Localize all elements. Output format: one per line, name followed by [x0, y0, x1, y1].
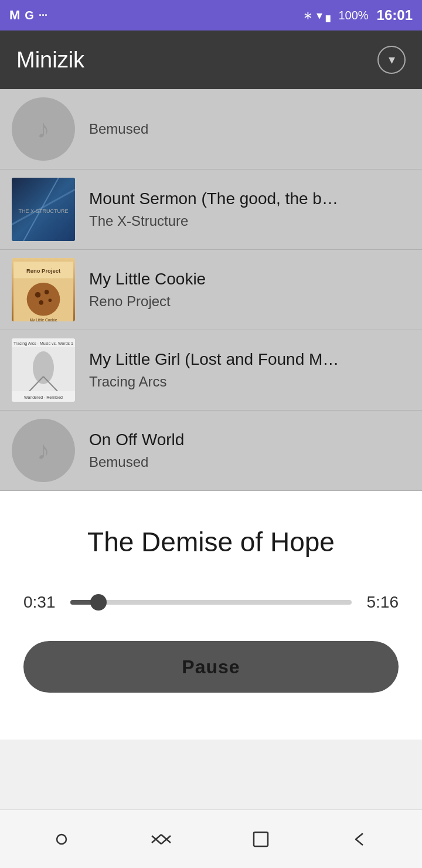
- svg-line-24: [161, 835, 171, 843]
- song-title: On Off World: [89, 430, 370, 449]
- song-artist: Reno Project: [89, 293, 410, 310]
- now-playing-title: The Demise of Hope: [87, 526, 335, 558]
- song-info: My Little Girl (Lost and Found M… Tracin…: [89, 350, 410, 390]
- more-icon: ···: [39, 9, 47, 22]
- pause-button[interactable]: Pause: [23, 641, 399, 693]
- battery-text: 100%: [338, 9, 368, 22]
- song-artist: The X-Structure: [89, 213, 410, 229]
- song-artist: Bemused: [89, 454, 410, 470]
- nav-equalizer-button[interactable]: [138, 816, 185, 863]
- svg-line-23: [152, 835, 161, 843]
- list-item[interactable]: ♪ On Off World Bemused: [0, 411, 422, 491]
- bluetooth-icon: ∗: [303, 8, 313, 22]
- album-art-xstructure: THE X-STRUCTURE: [12, 178, 75, 241]
- svg-point-9: [35, 292, 40, 297]
- progress-thumb[interactable]: [90, 594, 107, 611]
- status-right-icons: ∗ ▾ ▖ 100% 16:01: [303, 7, 413, 23]
- album-art-placeholder: ♪: [12, 97, 75, 161]
- song-title: My Little Girl (Lost and Found M…: [89, 350, 370, 369]
- album-art: Tracing Arcs - Music vs. Words 1 Wandere…: [12, 338, 75, 402]
- bottom-nav: [0, 809, 422, 868]
- nav-home-button[interactable]: [38, 816, 85, 863]
- svg-line-25: [152, 836, 161, 844]
- app-title: Minizik: [16, 48, 84, 73]
- list-item[interactable]: ♪ Bemused: [0, 89, 422, 169]
- current-time: 0:31: [23, 593, 59, 612]
- wifi-icon: ▾: [316, 8, 322, 22]
- time-display: 16:01: [377, 7, 413, 23]
- song-info: Mount Sermon (The good, the b… The X-Str…: [89, 189, 410, 229]
- svg-line-26: [161, 836, 171, 844]
- svg-text:Tracing Arcs - Music vs. Words: Tracing Arcs - Music vs. Words 1: [13, 341, 73, 346]
- list-item[interactable]: THE X-STRUCTURE Mount Sermon (The good, …: [0, 169, 422, 250]
- music-note-icon: ♪: [37, 114, 50, 144]
- app-header: Minizik ▾: [0, 30, 422, 89]
- song-title: My Little Cookie: [89, 270, 370, 289]
- signal-icon: ▖: [326, 8, 335, 22]
- pause-label: Pause: [182, 656, 240, 678]
- music-note-icon: ♪: [37, 436, 50, 465]
- svg-point-12: [49, 299, 52, 302]
- svg-text:My Little Cookie: My Little Cookie: [29, 318, 57, 321]
- list-item[interactable]: Tracing Arcs - Music vs. Words 1 Wandere…: [0, 330, 422, 411]
- player-section: The Demise of Hope 0:31 5:16 Pause: [0, 491, 422, 740]
- progress-fill: [70, 600, 98, 605]
- song-info: On Off World Bemused: [89, 430, 410, 470]
- dropdown-button[interactable]: ▾: [377, 46, 406, 74]
- album-art-placeholder: ♪: [12, 419, 75, 482]
- album-art-reno: Reno Project My Little Cookie: [12, 258, 75, 321]
- song-title: Mount Sermon (The good, the b…: [89, 189, 370, 208]
- album-art: Reno Project My Little Cookie: [12, 258, 75, 321]
- svg-point-17: [33, 351, 54, 384]
- svg-point-11: [39, 300, 43, 305]
- album-art-tracing: Tracing Arcs - Music vs. Words 1 Wandere…: [12, 338, 75, 402]
- total-time: 5:16: [363, 593, 399, 612]
- album-art: THE X-STRUCTURE: [12, 178, 75, 241]
- progress-container[interactable]: 0:31 5:16: [23, 593, 399, 612]
- nav-back-button[interactable]: [337, 816, 384, 863]
- song-artist: Tracing Arcs: [89, 374, 410, 390]
- svg-text:Reno Project: Reno Project: [26, 267, 61, 274]
- svg-text:THE X-STRUCTURE: THE X-STRUCTURE: [19, 208, 69, 214]
- svg-point-22: [57, 835, 66, 844]
- song-artist: Bemused: [89, 121, 410, 137]
- song-info: Bemused: [89, 121, 410, 137]
- svg-point-8: [27, 283, 60, 316]
- song-info: My Little Cookie Reno Project: [89, 270, 410, 310]
- nav-recents-button[interactable]: [237, 816, 284, 863]
- svg-point-10: [45, 290, 49, 294]
- song-list: ♪ Bemused: [0, 89, 422, 491]
- progress-bar[interactable]: [70, 600, 352, 605]
- status-left-icons: M G ···: [9, 8, 47, 23]
- status-bar: M G ··· ∗ ▾ ▖ 100% 16:01: [0, 0, 422, 30]
- google-icon: G: [25, 9, 34, 22]
- svg-text:Wandered - Remixed: Wandered - Remixed: [24, 395, 63, 399]
- gmail-icon: M: [9, 8, 20, 23]
- list-item[interactable]: Reno Project My Little Cookie My Little …: [0, 250, 422, 330]
- svg-rect-27: [254, 832, 268, 846]
